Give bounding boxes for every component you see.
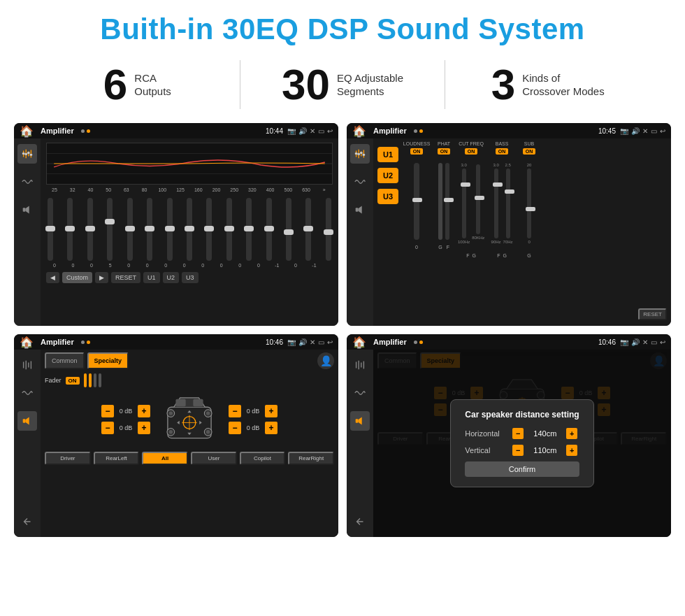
eq-slider-50[interactable] bbox=[107, 198, 113, 261]
vertical-minus-btn[interactable]: − bbox=[512, 445, 524, 456]
eq-slider-400[interactable] bbox=[286, 198, 291, 261]
stat-label-crossover: Kinds ofCrossover Modes bbox=[522, 71, 605, 99]
preset-custom-btn[interactable]: Custom bbox=[62, 272, 92, 283]
all-btn-3[interactable]: All bbox=[142, 452, 188, 465]
tab-common-3[interactable]: Common bbox=[45, 352, 85, 369]
home-icon-4[interactable]: 🏠 bbox=[352, 336, 366, 349]
eq-slider-320[interactable] bbox=[266, 198, 272, 261]
sidebar-eq-icon-4[interactable] bbox=[350, 355, 370, 375]
eq-slider-25[interactable] bbox=[48, 198, 53, 261]
amp3-content: Common Specialty 👤 Fader ON bbox=[41, 350, 338, 537]
freq-40: 40 bbox=[83, 187, 97, 192]
reset-btn-1[interactable]: RESET bbox=[111, 272, 140, 283]
svg-point-37 bbox=[206, 430, 210, 434]
val-n1-1: -1 bbox=[270, 263, 284, 268]
sidebar-eq-icon-2[interactable] bbox=[350, 144, 370, 164]
window-icon-4[interactable]: ▭ bbox=[651, 338, 657, 346]
home-icon-3[interactable]: 🏠 bbox=[20, 336, 34, 349]
home-icon-2[interactable]: 🏠 bbox=[352, 124, 366, 138]
eq-slider-630[interactable] bbox=[326, 198, 331, 261]
sidebar-wave-icon-3[interactable] bbox=[17, 383, 37, 403]
u1-btn-1[interactable]: U1 bbox=[143, 272, 160, 283]
copilot-btn-3[interactable]: Copilot bbox=[240, 452, 286, 465]
sidebar-arrow-icon-3[interactable] bbox=[17, 512, 37, 531]
rear-right-btn-3[interactable]: RearRight bbox=[288, 452, 334, 465]
sidebar-speaker-icon[interactable] bbox=[17, 200, 37, 220]
preset-u1[interactable]: U1 bbox=[377, 147, 398, 162]
eq-slider-200[interactable] bbox=[226, 198, 232, 261]
eq-slider-500[interactable] bbox=[305, 198, 311, 261]
window-icon-2[interactable]: ▭ bbox=[651, 127, 657, 135]
eq-slider-40[interactable] bbox=[87, 198, 93, 261]
stats-row: 6 RCAOutputs 30 EQ AdjustableSegments 3 … bbox=[0, 53, 685, 119]
sidebar-eq-icon[interactable] bbox=[17, 144, 37, 164]
val-0-9: 0 bbox=[215, 263, 229, 268]
u2-btn-1[interactable]: U2 bbox=[163, 272, 180, 283]
x-icon-4[interactable]: ✕ bbox=[642, 338, 648, 346]
horizontal-minus-btn[interactable]: − bbox=[512, 428, 524, 439]
eq-slider-125[interactable] bbox=[187, 198, 192, 261]
svg-rect-5 bbox=[24, 153, 27, 155]
sidebar-speaker-icon-3[interactable] bbox=[17, 411, 37, 431]
sidebar-wave-icon-2[interactable] bbox=[350, 172, 370, 192]
volume-icon-4: 🔊 bbox=[631, 338, 640, 346]
back-icon-3[interactable]: ↩ bbox=[327, 338, 333, 346]
sidebar-arrow-icon-4[interactable] bbox=[350, 512, 370, 531]
eq-slider-100[interactable] bbox=[167, 198, 173, 261]
sidebar-speaker-icon-2[interactable] bbox=[350, 200, 370, 220]
db-minus-rl[interactable]: − bbox=[101, 422, 114, 434]
tabs-row-3: Common Specialty 👤 bbox=[45, 352, 334, 369]
channel-cutfreq: CUT FREQ ON 3.0 100Hz bbox=[457, 141, 485, 323]
x-icon-3[interactable]: ✕ bbox=[310, 338, 315, 346]
val-0-12: 0 bbox=[289, 263, 303, 268]
eq-slider-63[interactable] bbox=[127, 198, 133, 261]
u3-btn-1[interactable]: U3 bbox=[182, 272, 199, 283]
eq-slider-250[interactable] bbox=[246, 198, 252, 261]
reset-btn-2[interactable]: RESET bbox=[638, 308, 667, 320]
rear-left-btn-3[interactable]: RearLeft bbox=[94, 452, 140, 465]
svg-rect-45 bbox=[356, 419, 359, 422]
next-btn[interactable]: ▶ bbox=[95, 272, 108, 283]
db-minus-fl[interactable]: − bbox=[101, 405, 114, 417]
back-icon-4[interactable]: ↩ bbox=[660, 338, 665, 346]
user-btn-3[interactable]: User bbox=[191, 452, 237, 465]
x-icon-1[interactable]: ✕ bbox=[310, 127, 315, 135]
db-control-fr: − 0 dB + bbox=[229, 405, 277, 417]
preset-u2[interactable]: U2 bbox=[377, 168, 398, 183]
sidebar-wave-icon[interactable] bbox=[17, 172, 37, 192]
vertical-plus-btn[interactable]: + bbox=[566, 445, 577, 456]
home-icon[interactable]: 🏠 bbox=[20, 124, 34, 138]
x-icon-2[interactable]: ✕ bbox=[642, 127, 648, 135]
db-minus-rr[interactable]: − bbox=[229, 422, 241, 434]
sidebar-wave-icon-4[interactable] bbox=[350, 383, 370, 403]
eq-sliders-1[interactable] bbox=[46, 194, 333, 261]
freq-100: 100 bbox=[155, 187, 169, 192]
db-plus-fr[interactable]: + bbox=[265, 405, 277, 417]
back-icon-2[interactable]: ↩ bbox=[660, 127, 665, 135]
db-plus-fl[interactable]: + bbox=[138, 405, 150, 417]
val-0-11: 0 bbox=[252, 263, 266, 268]
status-bar-4: 🏠 Amplifier 10:46 📷 🔊 ✕ ▭ ↩ bbox=[347, 334, 671, 350]
window-icon-3[interactable]: ▭ bbox=[318, 338, 324, 346]
prev-btn[interactable]: ◀ bbox=[46, 272, 59, 283]
db-plus-rl[interactable]: + bbox=[138, 422, 150, 434]
window-icon-1[interactable]: ▭ bbox=[318, 127, 324, 135]
tab-specialty-3[interactable]: Specialty bbox=[87, 352, 129, 369]
eq-slider-32[interactable] bbox=[67, 198, 73, 261]
db-minus-fr[interactable]: − bbox=[229, 405, 241, 417]
header: Buith-in 30EQ DSP Sound System bbox=[0, 0, 685, 53]
status-bar-3: 🏠 Amplifier 10:46 📷 🔊 ✕ ▭ ↩ bbox=[14, 334, 338, 350]
app-title-1: Amplifier bbox=[41, 127, 74, 135]
sidebar-speaker-icon-4[interactable] bbox=[350, 411, 370, 431]
eq-slider-160[interactable] bbox=[206, 198, 212, 261]
svg-rect-7 bbox=[30, 154, 33, 156]
back-icon-1[interactable]: ↩ bbox=[327, 127, 333, 135]
sidebar-eq-icon-3[interactable] bbox=[17, 355, 37, 375]
fader-row-3: Fader ON bbox=[45, 373, 334, 387]
eq-slider-80[interactable] bbox=[147, 198, 152, 261]
confirm-button[interactable]: Confirm bbox=[465, 461, 579, 477]
preset-u3[interactable]: U3 bbox=[377, 189, 398, 204]
db-plus-rr[interactable]: + bbox=[265, 422, 277, 434]
horizontal-plus-btn[interactable]: + bbox=[566, 428, 577, 439]
driver-btn-3[interactable]: Driver bbox=[45, 452, 91, 465]
